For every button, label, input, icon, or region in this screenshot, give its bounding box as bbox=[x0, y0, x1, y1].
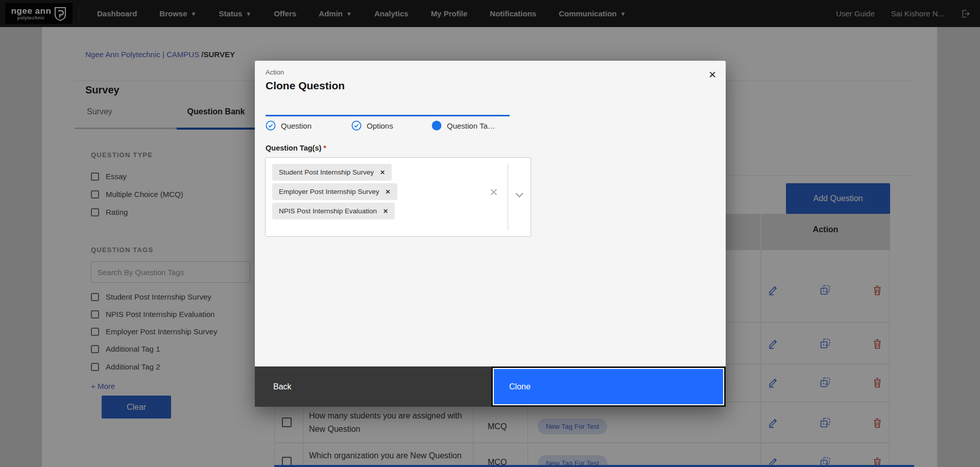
clear-all-icon[interactable]: ✕ bbox=[489, 186, 498, 199]
question-tags-field-label: Question Tag(s) * bbox=[266, 144, 326, 152]
back-button[interactable]: Back bbox=[255, 366, 491, 407]
step-question[interactable]: Question bbox=[266, 120, 312, 131]
clone-question-dialog: Action Clone Question ✕ Question Options… bbox=[255, 61, 726, 407]
select-divider bbox=[508, 164, 508, 230]
remove-tag-icon[interactable]: ✕ bbox=[380, 169, 385, 176]
selected-tag-chip: NPIS Post Internship Evaluation ✕ bbox=[272, 203, 395, 219]
chevron-down-icon[interactable] bbox=[514, 189, 525, 201]
step-question-tags[interactable]: Question Ta… bbox=[432, 120, 495, 131]
step-done-icon bbox=[266, 120, 276, 131]
question-tags-multiselect[interactable]: Student Post Internship Survey ✕ Employe… bbox=[265, 157, 531, 237]
stepper-underline bbox=[266, 115, 510, 116]
dialog-title: Clone Question bbox=[266, 80, 345, 92]
remove-tag-icon[interactable]: ✕ bbox=[386, 188, 391, 195]
step-active-icon bbox=[432, 120, 442, 131]
required-asterisk: * bbox=[323, 144, 326, 152]
step-options[interactable]: Options bbox=[351, 120, 393, 131]
dialog-eyebrow: Action bbox=[266, 68, 284, 76]
clone-button[interactable]: Clone bbox=[491, 366, 726, 407]
close-icon[interactable]: ✕ bbox=[705, 67, 720, 82]
selected-tag-chip: Student Post Internship Survey ✕ bbox=[272, 164, 392, 181]
step-done-icon bbox=[351, 120, 362, 131]
selected-tag-chip: Employer Post Internship Survey ✕ bbox=[272, 183, 397, 200]
remove-tag-icon[interactable]: ✕ bbox=[383, 208, 388, 215]
